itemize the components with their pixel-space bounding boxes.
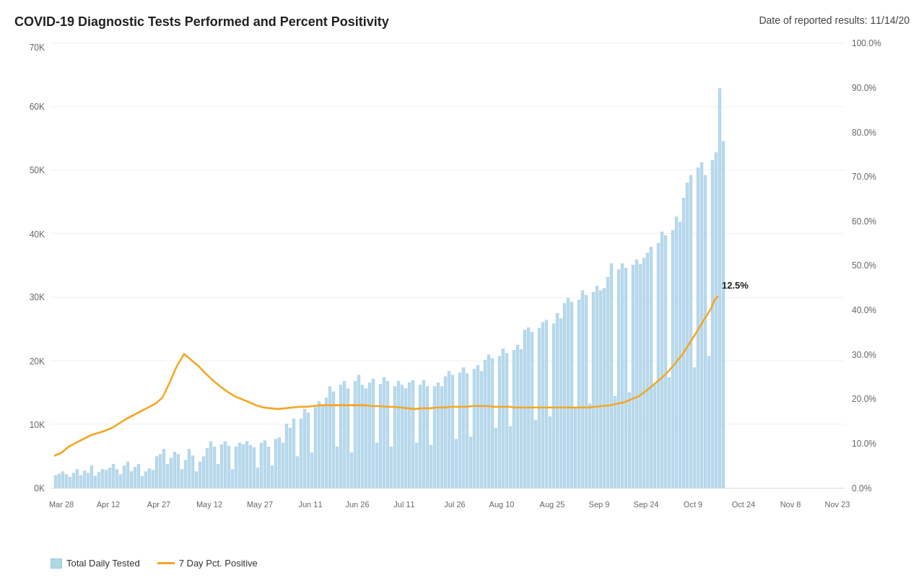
chart-container: COVID-19 Diagnostic Tests Performed and … — [0, 0, 924, 583]
svg-text:90.0%: 90.0% — [852, 83, 876, 93]
svg-rect-132 — [368, 382, 371, 488]
svg-text:May 12: May 12 — [196, 500, 222, 509]
svg-text:10.0%: 10.0% — [852, 439, 876, 449]
svg-rect-184 — [556, 313, 559, 488]
svg-rect-82 — [188, 449, 191, 488]
svg-rect-66 — [130, 472, 133, 488]
svg-rect-113 — [300, 418, 302, 488]
svg-rect-52 — [79, 475, 82, 488]
svg-rect-62 — [116, 470, 118, 488]
svg-rect-116 — [310, 453, 313, 488]
svg-rect-220 — [686, 183, 689, 488]
svg-rect-105 — [271, 465, 274, 488]
svg-text:20.0%: 20.0% — [852, 394, 876, 404]
svg-rect-193 — [588, 404, 591, 488]
svg-rect-136 — [383, 377, 385, 488]
svg-text:Mar 28: Mar 28 — [49, 500, 74, 509]
svg-rect-79 — [177, 455, 180, 488]
svg-rect-162 — [476, 365, 479, 488]
svg-rect-194 — [592, 292, 595, 488]
svg-rect-130 — [361, 385, 364, 488]
svg-rect-51 — [76, 470, 79, 488]
svg-rect-164 — [484, 360, 487, 488]
svg-rect-169 — [502, 349, 505, 488]
svg-rect-228 — [715, 153, 718, 488]
svg-rect-133 — [372, 379, 375, 488]
svg-rect-147 — [422, 380, 425, 488]
legend-line-swatch — [157, 562, 175, 564]
svg-rect-151 — [437, 382, 440, 488]
svg-rect-60 — [108, 468, 111, 488]
svg-rect-226 — [707, 356, 710, 488]
svg-rect-141 — [401, 385, 404, 488]
svg-rect-209 — [646, 253, 649, 488]
svg-rect-156 — [455, 439, 458, 488]
svg-rect-124 — [339, 385, 342, 488]
svg-rect-97 — [242, 444, 245, 488]
svg-rect-216 — [671, 230, 674, 488]
svg-rect-134 — [375, 443, 378, 488]
svg-text:Sep 9: Sep 9 — [589, 500, 610, 509]
svg-rect-219 — [682, 198, 685, 488]
svg-rect-78 — [173, 452, 176, 488]
svg-text:Apr 12: Apr 12 — [97, 500, 120, 509]
svg-rect-92 — [224, 442, 227, 488]
svg-rect-225 — [704, 175, 707, 488]
svg-text:0K: 0K — [34, 483, 45, 494]
svg-rect-93 — [227, 446, 230, 488]
svg-rect-131 — [365, 389, 367, 488]
svg-rect-230 — [722, 141, 725, 488]
svg-rect-180 — [541, 323, 544, 488]
svg-rect-221 — [689, 175, 692, 488]
svg-text:Nov 23: Nov 23 — [825, 500, 850, 509]
svg-rect-128 — [354, 381, 357, 488]
svg-text:60.0%: 60.0% — [852, 216, 876, 227]
svg-rect-167 — [494, 428, 497, 488]
svg-text:100.0%: 100.0% — [852, 38, 881, 48]
svg-rect-227 — [711, 160, 714, 488]
svg-text:Nov 8: Nov 8 — [780, 500, 801, 509]
svg-rect-213 — [661, 232, 663, 488]
svg-rect-150 — [433, 387, 436, 488]
svg-text:Oct 9: Oct 9 — [684, 500, 702, 509]
svg-text:Aug 25: Aug 25 — [540, 500, 565, 509]
svg-rect-191 — [581, 291, 584, 488]
svg-rect-174 — [520, 349, 523, 488]
svg-rect-211 — [653, 385, 656, 488]
svg-rect-111 — [292, 418, 295, 488]
svg-rect-46 — [58, 474, 61, 488]
svg-rect-50 — [72, 473, 75, 488]
svg-text:Jun 26: Jun 26 — [345, 500, 369, 509]
chart-date: Date of reported results: 11/14/20 — [759, 14, 910, 26]
svg-rect-137 — [386, 381, 389, 488]
svg-text:0.0%: 0.0% — [852, 483, 871, 494]
svg-rect-143 — [408, 382, 411, 488]
svg-rect-217 — [675, 216, 678, 488]
svg-rect-196 — [599, 291, 602, 488]
svg-rect-189 — [574, 408, 577, 488]
svg-rect-138 — [390, 447, 393, 488]
svg-rect-107 — [278, 438, 281, 488]
svg-rect-81 — [184, 460, 187, 488]
svg-rect-229 — [718, 89, 721, 488]
svg-rect-157 — [458, 373, 461, 488]
svg-rect-48 — [65, 475, 68, 488]
svg-text:Oct 24: Oct 24 — [732, 500, 755, 509]
svg-rect-190 — [578, 299, 580, 488]
svg-rect-61 — [112, 464, 115, 488]
svg-rect-64 — [123, 465, 126, 488]
svg-text:30.0%: 30.0% — [852, 350, 876, 360]
svg-rect-212 — [657, 243, 660, 488]
svg-text:Apr 27: Apr 27 — [147, 500, 170, 509]
svg-rect-146 — [419, 385, 422, 488]
svg-rect-127 — [350, 453, 353, 488]
svg-rect-110 — [289, 428, 292, 488]
svg-rect-198 — [606, 277, 609, 488]
svg-text:Jul 26: Jul 26 — [444, 500, 465, 509]
svg-text:Aug 10: Aug 10 — [489, 500, 515, 509]
svg-rect-199 — [610, 263, 613, 488]
svg-rect-98 — [245, 442, 248, 488]
svg-rect-73 — [155, 457, 158, 488]
svg-rect-205 — [632, 265, 635, 488]
svg-rect-103 — [263, 441, 266, 488]
